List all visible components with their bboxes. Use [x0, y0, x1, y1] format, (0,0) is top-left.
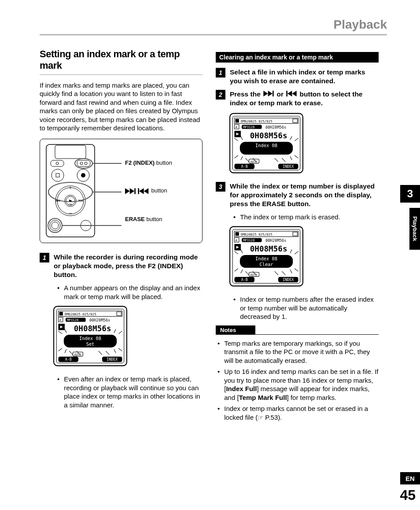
- svg-text:00H28M56s: 00H28M56s: [265, 238, 287, 243]
- lcd-screenshot-select: DM620025 025/025MP312800H28M56s0H08M56sI…: [229, 112, 379, 176]
- bullet-icon: [217, 367, 220, 402]
- bullet-text: Index or temp numbers after the erased i…: [240, 295, 379, 321]
- device-diagram: OK + − F2 (INDEX) button button: [40, 139, 203, 243]
- lcd-screenshot-clear: DM620025 025/025MP312800H28M56s0H08M56sI…: [229, 225, 379, 289]
- svg-text:OK: OK: [69, 203, 73, 206]
- svg-text:INDEX: INDEX: [107, 357, 118, 362]
- note-text: Temp marks are temporary markings, so if…: [224, 339, 379, 365]
- recorder-illustration: OK + −: [44, 144, 122, 238]
- bullet-icon: [233, 213, 236, 222]
- svg-text:DM620025 025/025: DM620025 025/025: [241, 119, 273, 123]
- intro-paragraph: If index marks and temp marks are placed…: [40, 81, 203, 133]
- svg-text:Index 08: Index 08: [79, 336, 101, 341]
- diagram-label-erase: ERASE button: [125, 216, 172, 222]
- bullet-text: The index or temp mark is erased.: [240, 213, 340, 222]
- rewind-icon: [285, 91, 298, 96]
- svg-text:+: +: [69, 185, 72, 190]
- section-heading: Setting an index mark or a temp mark: [40, 48, 203, 72]
- clear-step-1-text: Select a file in which index or temp mar…: [230, 68, 379, 85]
- subheading-clearing: Clearing an index mark or a temp mark: [216, 52, 379, 63]
- bullet-text: A number appears on the display and an i…: [64, 284, 203, 301]
- svg-text:Index 08: Index 08: [255, 256, 277, 262]
- notes-heading: Notes: [216, 325, 255, 335]
- fast-forward-icon: [262, 91, 275, 96]
- svg-text:0H08M56s: 0H08M56s: [250, 131, 287, 140]
- svg-text:A-B: A-B: [241, 164, 248, 169]
- step-number-1: 1: [40, 253, 49, 262]
- header-divider: [40, 34, 387, 35]
- diagram-label-nav-buttons: button: [125, 187, 172, 194]
- right-column: Clearing an index mark or a temp mark 1 …: [216, 52, 379, 424]
- bullet-icon: [217, 339, 220, 365]
- chapter-tab: 3: [400, 185, 420, 203]
- heading-divider: [40, 74, 203, 75]
- svg-text:Clear: Clear: [259, 262, 273, 267]
- lcd-screenshot-set: DM620025 025/025MP312800H28M56s0H08M56sI…: [53, 305, 203, 369]
- left-column: Setting an index mark or a temp mark If …: [40, 48, 203, 414]
- bullet-icon: [57, 375, 59, 409]
- note-text: Up to 16 index and temp marks can be set…: [224, 367, 379, 402]
- svg-text:DM620025 025/025: DM620025 025/025: [65, 313, 96, 317]
- language-tab: EN: [400, 472, 420, 484]
- page-number: 45: [400, 487, 416, 503]
- bullet-icon: [233, 295, 236, 321]
- svg-text:MP3128: MP3128: [243, 238, 254, 242]
- svg-text:A-B: A-B: [65, 357, 72, 362]
- svg-text:MP3128: MP3128: [243, 125, 254, 129]
- step-number-2: 2: [216, 90, 225, 100]
- step-number-1: 1: [216, 68, 225, 78]
- bullet-text: Even after an index or temp mark is plac…: [64, 375, 203, 409]
- svg-text:Set: Set: [86, 341, 95, 347]
- page-header-title: Playback: [334, 18, 387, 32]
- bullet-icon: [217, 404, 220, 421]
- svg-text:00H28M56s: 00H28M56s: [265, 125, 287, 129]
- svg-text:INDEX: INDEX: [283, 277, 294, 282]
- clear-step-3-text: While the index or temp number is displa…: [230, 182, 379, 208]
- diagram-label-f2: F2 (INDEX) button: [125, 159, 172, 166]
- svg-point-43: [81, 173, 85, 177]
- notes-divider: [216, 334, 379, 335]
- fast-forward-icon: [125, 188, 150, 194]
- svg-text:Index 08: Index 08: [255, 143, 277, 148]
- svg-text:00H28M56s: 00H28M56s: [89, 318, 111, 322]
- svg-text:INDEX: INDEX: [283, 164, 294, 169]
- svg-text:MP3128: MP3128: [67, 318, 78, 322]
- svg-text:0H08M56s: 0H08M56s: [74, 324, 111, 333]
- clear-step-2-text: Press the or button to select the index …: [230, 90, 379, 107]
- section-tab: Playback: [409, 208, 420, 250]
- note-text: Index or temp marks cannot be set or era…: [224, 404, 379, 421]
- bullet-icon: [57, 284, 59, 301]
- step-number-3: 3: [216, 182, 225, 192]
- svg-text:0H08M56s: 0H08M56s: [250, 244, 287, 253]
- svg-text:A-B: A-B: [241, 277, 248, 282]
- step-1-text: While the recorder is during recording m…: [54, 253, 203, 279]
- svg-text:DM620025 025/025: DM620025 025/025: [241, 233, 273, 237]
- svg-text:−: −: [69, 210, 72, 216]
